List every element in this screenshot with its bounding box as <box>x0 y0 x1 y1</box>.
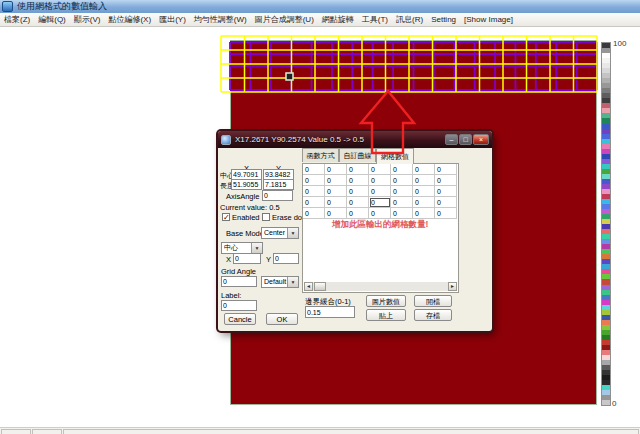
grid-cell[interactable]: 0 <box>435 208 457 219</box>
minimize-button[interactable]: – <box>445 134 458 145</box>
scroll-right-icon[interactable]: ► <box>448 282 457 291</box>
grid-cell[interactable]: 0 <box>325 197 347 208</box>
grid-cell[interactable]: 0 <box>347 186 369 197</box>
grid-cell[interactable]: 0 <box>369 175 391 186</box>
grid-cell[interactable]: 0 <box>435 164 457 175</box>
ok-button[interactable]: OK <box>266 313 298 325</box>
grid-cell[interactable]: 0 <box>413 175 435 186</box>
grid-cell[interactable]: 0 <box>369 197 391 208</box>
paste-button[interactable]: 貼上 <box>366 309 406 321</box>
grid-cell[interactable]: 0 <box>435 197 457 208</box>
menu-item[interactable]: [Show Image] <box>460 13 517 26</box>
image-values-button[interactable]: 圖片數值 <box>366 295 406 307</box>
base-mode-value: Center <box>264 229 285 236</box>
horizontal-scrollbar[interactable]: ◄ ► <box>304 282 457 291</box>
grid-cell[interactable]: 0 <box>303 164 325 175</box>
close-button[interactable]: × <box>473 134 489 145</box>
grid-cell[interactable]: 0 <box>391 175 413 186</box>
grid-value-dialog: X17.2671 Y90.2574 Value 0.5 -> 0.5 – □ ×… <box>218 131 492 331</box>
axis-angle-input[interactable] <box>262 190 293 201</box>
color-palette[interactable] <box>601 42 611 406</box>
offset-y-input[interactable] <box>273 253 299 264</box>
save-file-button[interactable]: 存檔 <box>414 309 452 321</box>
grid-cell[interactable]: 0 <box>303 197 325 208</box>
grid-cell[interactable]: 0 <box>347 197 369 208</box>
grid-cell[interactable]: 0 <box>347 164 369 175</box>
grid-cell[interactable]: 0 <box>413 208 435 219</box>
grid-cell[interactable]: 0 <box>435 175 457 186</box>
scroll-left-icon[interactable]: ◄ <box>304 282 313 291</box>
offset-x-input[interactable] <box>233 253 261 264</box>
open-file-button[interactable]: 開檔 <box>414 295 452 307</box>
grid-angle-input[interactable] <box>221 276 257 287</box>
length-y-input[interactable] <box>263 179 294 190</box>
anchor-value: 中心 <box>224 244 238 251</box>
current-value-label: Current value: 0.5 <box>220 203 280 212</box>
menu-item[interactable]: 均勻性調整(W) <box>190 13 251 26</box>
menu-item[interactable]: 訊息(R) <box>392 13 427 26</box>
grid-cell[interactable]: 0 <box>413 164 435 175</box>
menu-item[interactable]: 編輯(Q) <box>34 13 70 26</box>
palette-band[interactable] <box>602 400 610 405</box>
label-input[interactable] <box>221 300 257 311</box>
tab-2[interactable]: 網格數值 <box>376 148 414 164</box>
menu-item[interactable]: 網點旋轉 <box>318 13 358 26</box>
scale-max-label: 100 <box>613 39 626 48</box>
menu-item[interactable]: 圖片合成調整(U) <box>251 13 318 26</box>
grid-cell[interactable]: 0 <box>369 208 391 219</box>
grid-cell[interactable]: 0 <box>325 208 347 219</box>
enabled-checkbox[interactable]: ✓ <box>222 213 230 221</box>
offset-x-label: X <box>226 255 231 264</box>
tab-1[interactable]: 自訂曲線 <box>339 148 376 162</box>
axis-angle-label: AxisAngle <box>226 192 259 201</box>
menu-item[interactable]: 檔案(Z) <box>0 13 34 26</box>
grid-cell[interactable]: 0 <box>369 186 391 197</box>
grid-cell[interactable]: 0 <box>347 208 369 219</box>
grid-cell[interactable]: 0 <box>413 186 435 197</box>
grid-angle-mode-select[interactable]: Default ▼ <box>261 276 299 288</box>
grid-cell[interactable]: 0 <box>369 164 391 175</box>
menu-bar: 檔案(Z)編輯(Q)顯示(V)點位編修(X)匯出(Y)均勻性調整(W)圖片合成調… <box>0 13 640 27</box>
grid-angle-mode-value: Default <box>264 278 286 285</box>
menu-item[interactable]: 匯出(Y) <box>155 13 190 26</box>
grid-cell[interactable]: 0 <box>413 197 435 208</box>
offset-y-label: Y <box>266 255 271 264</box>
grid-cell[interactable]: 0 <box>325 186 347 197</box>
status-segment <box>1 429 31 434</box>
dialog-title: X17.2671 Y90.2574 Value 0.5 -> 0.5 <box>235 135 364 144</box>
grid-cell[interactable]: 0 <box>391 186 413 197</box>
base-mode-label: Base Mode <box>226 229 264 238</box>
grid-cell[interactable]: 0 <box>303 186 325 197</box>
grid-cell[interactable]: 0 <box>391 164 413 175</box>
length-x-input[interactable] <box>231 179 262 190</box>
annotation-text: 增加此區輸出的網格數量! <box>332 219 428 231</box>
menu-item[interactable]: 顯示(V) <box>70 13 105 26</box>
boundary-input[interactable] <box>305 306 355 318</box>
enabled-label: Enabled <box>232 213 260 222</box>
scrollbar-thumb[interactable] <box>314 282 326 291</box>
status-bar <box>0 427 640 434</box>
dialog-icon <box>221 135 231 145</box>
grid-cell[interactable]: 0 <box>303 208 325 219</box>
grid-cell[interactable]: 0 <box>303 175 325 186</box>
base-mode-select[interactable]: Center ▼ <box>261 227 299 239</box>
grid-angle-label: Grid Angle <box>221 267 256 276</box>
menu-item[interactable]: Setting <box>427 13 460 26</box>
tab-0[interactable]: 函數方式 <box>302 148 339 162</box>
grid-cell[interactable]: 0 <box>391 208 413 219</box>
app-icon <box>2 1 13 12</box>
status-segment <box>32 429 62 434</box>
window-titlebar[interactable]: 使用網格式的數值輸入 <box>0 0 640 13</box>
grid-cell[interactable]: 0 <box>325 164 347 175</box>
menu-item[interactable]: 點位編修(X) <box>104 13 155 26</box>
app-window: 使用網格式的數值輸入 檔案(Z)編輯(Q)顯示(V)點位編修(X)匯出(Y)均勻… <box>0 0 640 434</box>
grid-cell[interactable]: 0 <box>347 175 369 186</box>
grid-cell[interactable]: 0 <box>435 186 457 197</box>
menu-item[interactable]: 工具(T) <box>358 13 392 26</box>
grid-cell[interactable]: 0 <box>391 197 413 208</box>
grid-cell[interactable]: 0 <box>325 175 347 186</box>
maximize-button[interactable]: □ <box>459 134 472 145</box>
cancel-button[interactable]: Cancle <box>224 313 256 325</box>
erase-dots-checkbox[interactable] <box>262 213 270 221</box>
grid-table: 00000000000000000000000000000000000 <box>303 164 457 219</box>
